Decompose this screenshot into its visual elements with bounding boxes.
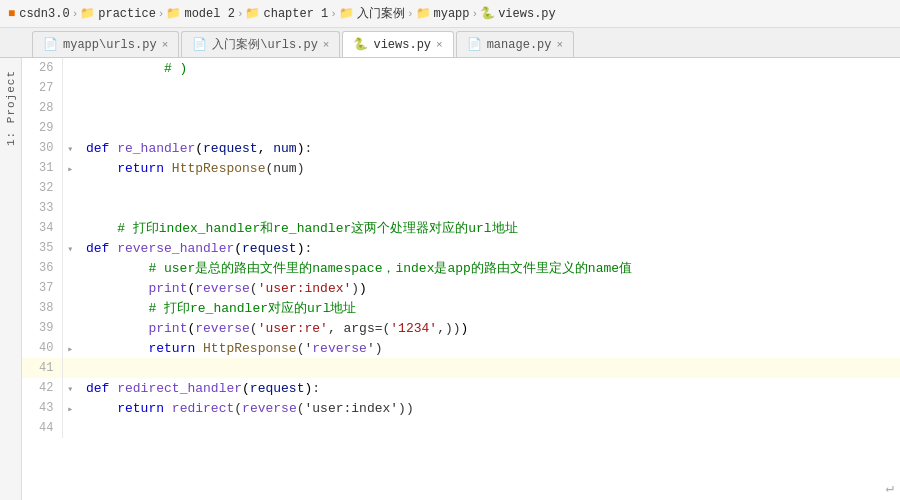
code-line: def redirect_handler(request): [78, 378, 900, 398]
table-row: 37 print(reverse('user:index')) [22, 278, 900, 298]
code-line [78, 98, 900, 118]
side-panel-label: 1: Project [5, 70, 17, 146]
breadcrumb: csdn3.0 › 📁 practice › 📁 model 2 › 📁 cha… [19, 5, 556, 22]
code-editor[interactable]: 26 # )27 28 29 30▾def re_handler(request… [22, 58, 900, 500]
side-panel: 1: Project [0, 58, 22, 500]
code-line: def reverse_handler(request): [78, 238, 900, 258]
python-file-icon: 🐍 [480, 6, 495, 21]
code-line: # 打印index_handler和re_handler这两个处理器对应的url… [78, 218, 900, 238]
line-number: 26 [22, 58, 62, 78]
table-row: 38 # 打印re_handler对应的url地址 [22, 298, 900, 318]
table-row: 26 # ) [22, 58, 900, 78]
fold-icon [62, 78, 78, 98]
fold-icon [62, 198, 78, 218]
table-row: 35▾def reverse_handler(request): [22, 238, 900, 258]
fold-icon [62, 258, 78, 278]
table-row: 43▸ return redirect(reverse('user:index'… [22, 398, 900, 418]
line-number: 38 [22, 298, 62, 318]
line-number: 32 [22, 178, 62, 198]
line-number: 27 [22, 78, 62, 98]
fold-icon [62, 178, 78, 198]
breadcrumb-app: csdn3.0 [19, 7, 69, 21]
breadcrumb-views: 🐍 views.py [480, 6, 556, 21]
breadcrumb-myapp: 📁 myapp [416, 6, 470, 21]
code-line: # user是总的路由文件里的namespace，index是app的路由文件里… [78, 258, 900, 278]
line-number: 36 [22, 258, 62, 278]
table-row: 28 [22, 98, 900, 118]
table-row: 39 print(reverse('user:re', args=('1234'… [22, 318, 900, 338]
breadcrumb-practice: 📁 practice [80, 6, 156, 21]
breadcrumb-entrycase: 📁 入门案例 [339, 5, 405, 22]
tab-views-py[interactable]: 🐍 views.py × [342, 31, 453, 57]
fold-icon [62, 358, 78, 378]
table-row: 27 [22, 78, 900, 98]
table-row: 31▸ return HttpResponse(num) [22, 158, 900, 178]
line-number: 35 [22, 238, 62, 258]
code-line: print(reverse('user:re', args=('1234',))… [78, 318, 900, 338]
title-bar: ■ csdn3.0 › 📁 practice › 📁 model 2 › 📁 c… [0, 0, 900, 28]
fold-icon[interactable]: ▸ [62, 398, 78, 418]
code-line: # 打印re_handler对应的url地址 [78, 298, 900, 318]
code-line: return redirect(reverse('user:index')) [78, 398, 900, 418]
code-line [78, 178, 900, 198]
code-line: # ) [78, 58, 900, 78]
line-number: 37 [22, 278, 62, 298]
fold-icon [62, 318, 78, 338]
table-row: 30▾def re_handler(request, num): [22, 138, 900, 158]
fold-icon [62, 118, 78, 138]
table-row: 34 # 打印index_handler和re_handler这两个处理器对应的… [22, 218, 900, 238]
line-number: 33 [22, 198, 62, 218]
table-row: 29 [22, 118, 900, 138]
code-line [78, 198, 900, 218]
line-number: 30 [22, 138, 62, 158]
tab-icon-myapp-urls: 📄 [43, 37, 58, 52]
code-line [78, 118, 900, 138]
fold-icon[interactable]: ▸ [62, 338, 78, 358]
code-line: return HttpResponse('reverse') [78, 338, 900, 358]
app-icon: ■ [8, 7, 15, 21]
tab-close-manage-py[interactable]: × [556, 39, 563, 51]
line-number: 43 [22, 398, 62, 418]
table-row: 44 [22, 418, 900, 438]
tab-manage-py[interactable]: 📄 manage.py × [456, 31, 574, 57]
line-number: 41 [22, 358, 62, 378]
line-number: 31 [22, 158, 62, 178]
table-row: 41 [22, 358, 900, 378]
code-line [78, 418, 900, 438]
fold-icon [62, 98, 78, 118]
fold-icon[interactable]: ▸ [62, 158, 78, 178]
tabs-bar: 📄 myapp\urls.py × 📄 入门案例\urls.py × 🐍 vie… [0, 28, 900, 58]
fold-icon [62, 278, 78, 298]
code-line: return HttpResponse(num) [78, 158, 900, 178]
return-arrow: ↵ [886, 479, 894, 496]
folder-icon: 📁 [245, 6, 260, 21]
breadcrumb-model2: 📁 model 2 [166, 6, 234, 21]
tab-close-entrycase-urls[interactable]: × [323, 39, 330, 51]
tab-icon-views-py: 🐍 [353, 37, 368, 52]
tab-myapp-urls[interactable]: 📄 myapp\urls.py × [32, 31, 179, 57]
code-line: def re_handler(request, num): [78, 138, 900, 158]
line-number: 44 [22, 418, 62, 438]
code-line [78, 78, 900, 98]
fold-icon[interactable]: ▾ [62, 138, 78, 158]
code-table: 26 # )27 28 29 30▾def re_handler(request… [22, 58, 900, 438]
fold-icon [62, 218, 78, 238]
line-number: 28 [22, 98, 62, 118]
fold-icon[interactable]: ▾ [62, 238, 78, 258]
main-area: 1: Project 26 # )27 28 29 30▾def re_hand… [0, 58, 900, 500]
table-row: 42▾def redirect_handler(request): [22, 378, 900, 398]
fold-icon[interactable]: ▾ [62, 378, 78, 398]
folder-icon: 📁 [339, 6, 354, 21]
fold-icon [62, 298, 78, 318]
tab-close-myapp-urls[interactable]: × [162, 39, 169, 51]
folder-icon: 📁 [416, 6, 431, 21]
tab-icon-manage-py: 📄 [467, 37, 482, 52]
line-number: 34 [22, 218, 62, 238]
tab-close-views-py[interactable]: × [436, 39, 443, 51]
line-number: 42 [22, 378, 62, 398]
breadcrumb-chapter1: 📁 chapter 1 [245, 6, 328, 21]
line-number: 40 [22, 338, 62, 358]
table-row: 40▸ return HttpResponse('reverse') [22, 338, 900, 358]
table-row: 33 [22, 198, 900, 218]
tab-entrycase-urls[interactable]: 📄 入门案例\urls.py × [181, 31, 340, 57]
